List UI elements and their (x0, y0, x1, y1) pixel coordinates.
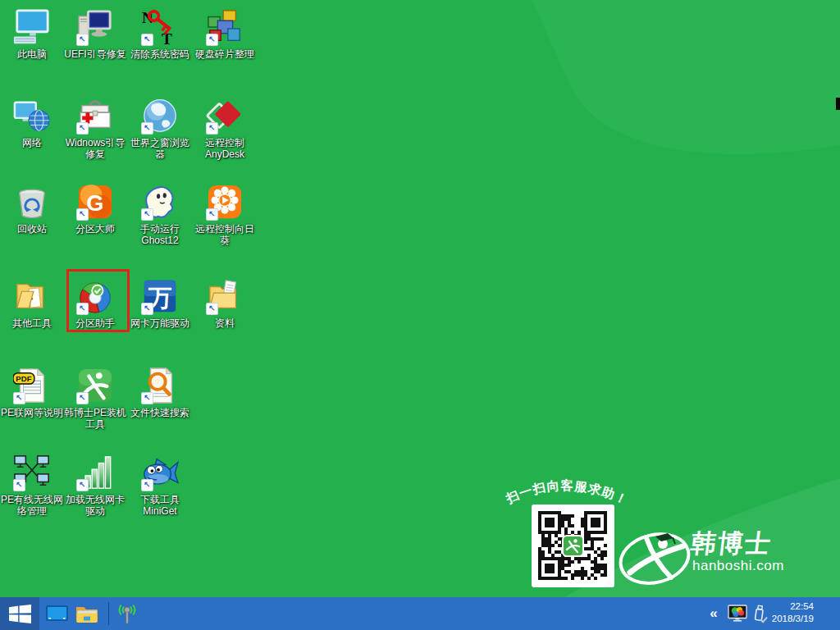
desktop-icon-pe-network-guide[interactable]: PDF↖PE联网等说明 (0, 365, 64, 418)
pc-icon: ↖ (76, 8, 114, 46)
desktop-icon-label: 回收站 (0, 223, 64, 235)
antenna-signal-icon (116, 603, 138, 625)
qr-center-logo (564, 536, 582, 555)
shortcut-arrow-icon: ↖ (206, 303, 218, 315)
shortcut-arrow-icon: ↖ (141, 34, 153, 46)
start-button[interactable] (0, 597, 39, 630)
brand-domain: hanboshi.com (692, 558, 784, 574)
ghost-icon: ↖ (141, 183, 179, 221)
desktop-icon-other-tools[interactable]: 其他工具 (0, 276, 64, 329)
desktop-icon-clear-system-password[interactable]: NT↖清除系统密码 (128, 7, 192, 60)
desktop-icon-wireless-nic-driver-loader[interactable]: ↖加载无线网卡驱动 (63, 452, 127, 517)
diskgenius-icon: G↖ (76, 183, 114, 221)
taskbar-desktop-app-button[interactable] (43, 597, 71, 630)
desktop-icon-run-ghost12[interactable]: ↖手动运行Ghost12 (128, 181, 192, 246)
desktop-icon-label: 加载无线网卡驱动 (63, 494, 127, 517)
shortcut-arrow-icon: ↖ (141, 479, 153, 491)
desktop-surface[interactable]: 此电脑↖UEFI引导修复NT↖清除系统密码↖硬盘碎片整理网络↖Widnows引导… (0, 0, 840, 597)
shark-icon: ↖ (141, 454, 179, 491)
desktop-icon-uefi-boot-repair[interactable]: ↖UEFI引导修复 (63, 7, 127, 60)
desktop-icon-miniget-downloader[interactable]: ↖下载工具MiniGet (128, 452, 192, 517)
desktop-icon-label: 韩博士PE装机工具 (63, 407, 127, 430)
shortcut-arrow-icon: ↖ (76, 122, 89, 135)
signal-bars-icon: ↖ (76, 454, 114, 491)
desktop-icon-label: PE联网等说明 (0, 407, 64, 418)
hanboshi-oval-figure-icon (617, 527, 692, 591)
shortcut-arrow-icon: ↖ (76, 208, 89, 221)
desktop-icon-label: 文件快速搜索 (128, 407, 192, 418)
desktop-icon-anydesk-remote[interactable]: ↖远程控制AnyDesk (193, 95, 257, 160)
recycle-icon (13, 183, 51, 221)
desktop-icon-this-pc[interactable]: 此电脑 (0, 7, 64, 60)
svg-text:扫一扫向客服求助！: 扫一扫向客服求助！ (503, 478, 630, 507)
color-monitor-icon (728, 605, 747, 623)
hanboshi-brand-logo: 韩博士 hanboshi.com (617, 523, 830, 592)
desktop-icon-world-window-browser[interactable]: ↖世界之窗浏览器 (128, 95, 192, 160)
globe-icon: ↖ (141, 97, 179, 135)
network-nodes-icon: ↖ (13, 454, 51, 491)
shortcut-arrow-icon: ↖ (206, 122, 218, 135)
shortcut-arrow-icon: ↖ (141, 208, 153, 221)
desktop-icon-label: PE有线无线网络管理 (0, 494, 64, 517)
desktop-icon-label: 远程控制向日葵 (193, 223, 257, 246)
taskbar-separator (108, 602, 109, 625)
collapse-chevrons-icon: « (710, 605, 717, 622)
desktop-icon-partition-master[interactable]: G↖分区大师 (63, 181, 127, 235)
tray-usb-eject-icon[interactable] (750, 597, 769, 630)
desktop-icon-windows-boot-repair[interactable]: ↖Widnows引导修复 (63, 95, 127, 160)
taskbar-wireless-antenna-button[interactable] (115, 597, 139, 630)
monitor-icon (13, 8, 51, 46)
shortcut-arrow-icon: ↖ (206, 208, 218, 221)
desktop-icon-network[interactable]: 网络 (0, 95, 64, 148)
desktop-icon-label: 手动运行Ghost12 (128, 223, 192, 246)
shortcut-arrow-icon: ↖ (206, 34, 218, 46)
desktop-icon-label: 远程控制AnyDesk (193, 137, 257, 160)
shortcut-arrow-icon: ↖ (76, 392, 89, 404)
windows-logo-icon (9, 605, 31, 623)
wallpaper-swoosh (496, 0, 840, 265)
search-doc-icon: ↖ (141, 367, 179, 404)
wan-icon: 万↖ (141, 277, 179, 315)
annotation-highlight-box (66, 269, 130, 332)
desktop-icon-label: 分区大师 (63, 223, 127, 235)
desktop-icon-label: 此电脑 (0, 48, 64, 60)
shortcut-arrow-icon: ↖ (76, 34, 89, 46)
shortcut-arrow-icon: ↖ (13, 392, 25, 404)
tray-display-settings-icon[interactable] (727, 597, 748, 630)
desktop-icon-label: UEFI引导修复 (63, 48, 127, 60)
hanboshi-figure-icon (564, 536, 582, 555)
desktop-icon-label: 网络 (0, 137, 64, 148)
folder-open-icon (13, 277, 51, 315)
desktop-icon-pe-network-manager[interactable]: ↖PE有线无线网络管理 (0, 452, 64, 517)
taskbar-file-explorer-button[interactable] (72, 597, 102, 630)
taskbar: « 22:54 2018/3/19 (0, 597, 840, 630)
shortcut-arrow-icon: ↖ (141, 303, 153, 315)
shortcut-arrow-icon: ↖ (141, 122, 153, 135)
desktop-icon-label: 硬盘碎片整理 (193, 48, 257, 60)
desktop-icon-sunflower-remote[interactable]: ↖远程控制向日葵 (193, 181, 257, 246)
folder-icon (75, 605, 98, 623)
desktop-icon-materials[interactable]: ↖资料 (193, 276, 257, 329)
blue-monitor-icon (46, 605, 68, 623)
desktop-icon-disk-defrag[interactable]: ↖硬盘碎片整理 (193, 7, 257, 60)
brand-name: 韩博士 (688, 527, 774, 561)
desktop-icon-label: 其他工具 (0, 317, 64, 329)
desktop-icon-hanboshi-pe-installer[interactable]: ↖韩博士PE装机工具 (63, 365, 127, 430)
desktop-icon-label: Widnows引导修复 (63, 137, 127, 160)
desktop-icon-label: 资料 (193, 317, 257, 329)
tray-collapse-button[interactable]: « (704, 597, 724, 630)
svg-text:PDF: PDF (16, 374, 31, 383)
qr-code (532, 504, 614, 587)
svg-text:G: G (87, 191, 104, 216)
pdf-icon: PDF↖ (13, 367, 51, 404)
toolbox-icon: ↖ (76, 97, 114, 135)
desktop-icon-file-quick-search[interactable]: ↖文件快速搜索 (128, 365, 192, 418)
diamond-icon: ↖ (206, 97, 244, 135)
desktop-icon-nic-universal-driver[interactable]: 万↖网卡万能驱动 (128, 276, 192, 329)
folder-docs-icon: ↖ (206, 277, 244, 315)
tray-clock[interactable]: 22:54 2018/3/19 (772, 600, 814, 627)
screen-edge-artifact (836, 98, 840, 110)
desktop-icon-recycle-bin[interactable]: 回收站 (0, 181, 64, 235)
desktop-icon-label: 世界之窗浏览器 (128, 137, 192, 160)
sunflower-icon: ↖ (206, 183, 244, 221)
